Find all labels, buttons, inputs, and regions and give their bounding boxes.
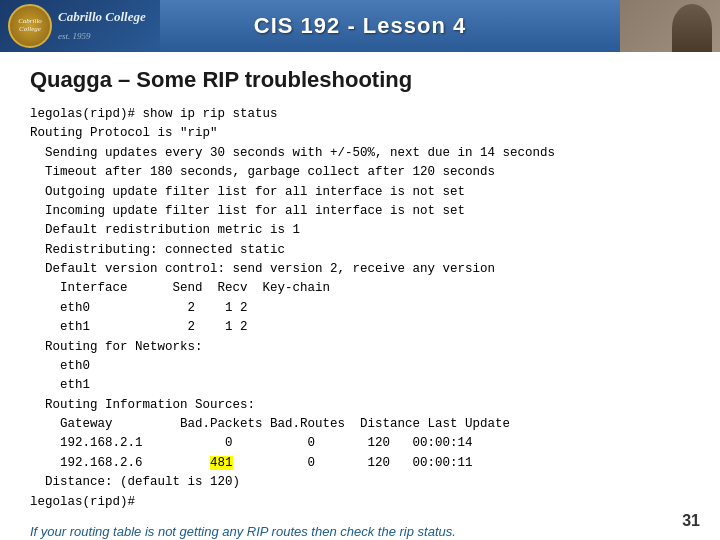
terminal-line-19: Distance: (default is 120) xyxy=(30,473,690,492)
terminal-line-9: Interface Send Recv Key-chain xyxy=(30,279,690,298)
page-number: 31 xyxy=(682,512,700,530)
terminal-line-12: Routing for Networks: xyxy=(30,338,690,357)
terminal-line-6: Default redistribution metric is 1 xyxy=(30,221,690,240)
logo-badge-text: CabrilloCollege xyxy=(18,18,42,33)
terminal-line-16: Gateway Bad.Packets Bad.Routes Distance … xyxy=(30,415,690,434)
header: CabrilloCollege Cabrillo College est. 19… xyxy=(0,0,720,52)
terminal-line-18: 192.168.2.6 481 0 120 00:00:11 xyxy=(30,454,690,473)
terminal-line-3: Timeout after 180 seconds, garbage colle… xyxy=(30,163,690,182)
terminal-line-15: Routing Information Sources: xyxy=(30,396,690,415)
logo-badge: CabrilloCollege xyxy=(8,4,52,48)
terminal-line-4: Outgoing update filter list for all inte… xyxy=(30,183,690,202)
main-content: Quagga – Some RIP troubleshooting legola… xyxy=(0,52,720,540)
terminal-line-8: Default version control: send version 2,… xyxy=(30,260,690,279)
terminal-line-11: eth1 2 1 2 xyxy=(30,318,690,337)
person-silhouette xyxy=(672,4,712,52)
highlight-481: 481 xyxy=(210,456,233,470)
terminal-line-17: 192.168.2.1 0 0 120 00:00:14 xyxy=(30,434,690,453)
footer-line1: If your routing table is not getting any… xyxy=(30,524,456,539)
terminal-output: legolas(ripd)# show ip rip status Routin… xyxy=(30,105,690,512)
header-title: CIS 192 - Lesson 4 xyxy=(254,13,466,39)
terminal-line-2: Sending updates every 30 seconds with +/… xyxy=(30,144,690,163)
terminal-line-7: Redistributing: connected static xyxy=(30,241,690,260)
logo-name: Cabrillo College est. 1959 xyxy=(58,9,146,41)
terminal-line-5: Incoming update filter list for all inte… xyxy=(30,202,690,221)
header-logo: CabrilloCollege Cabrillo College est. 19… xyxy=(0,0,160,52)
terminal-line-0: legolas(ripd)# show ip rip status xyxy=(30,105,690,124)
footer-text: If your routing table is not getting any… xyxy=(30,522,690,540)
terminal-line-13: eth0 xyxy=(30,357,690,376)
header-photo xyxy=(620,0,720,52)
terminal-line-20: legolas(ripd)# xyxy=(30,493,690,512)
terminal-line-1: Routing Protocol is "rip" xyxy=(30,124,690,143)
page-title: Quagga – Some RIP troubleshooting xyxy=(30,67,690,93)
terminal-line-10: eth0 2 1 2 xyxy=(30,299,690,318)
terminal-line-14: eth1 xyxy=(30,376,690,395)
